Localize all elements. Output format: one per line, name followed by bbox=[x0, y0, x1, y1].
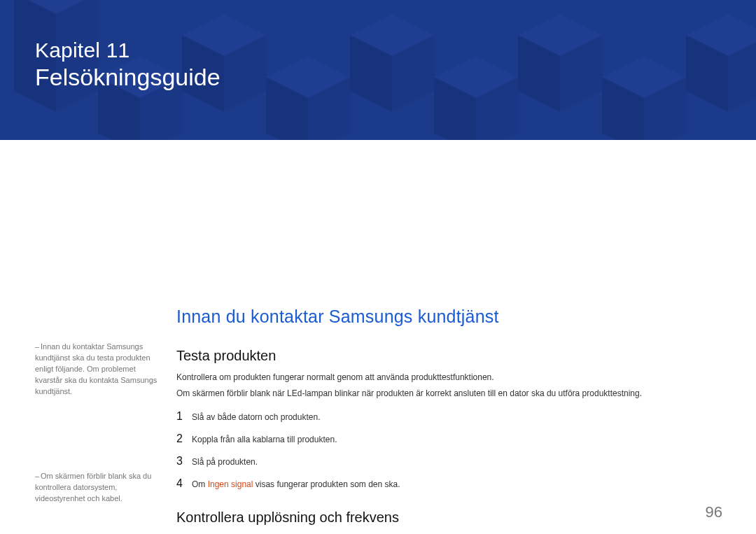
step-row: 1 Slå av både datorn och produkten. bbox=[176, 410, 729, 423]
step-number: 1 bbox=[176, 410, 192, 423]
step-number: 2 bbox=[176, 433, 192, 445]
step-row: 4 Om Ingen signal visas fungerar produkt… bbox=[176, 477, 729, 490]
step-number: 3 bbox=[176, 455, 192, 468]
step-4-prefix: Om bbox=[192, 479, 208, 489]
ordered-steps: 1 Slå av både datorn och produkten. 2 Ko… bbox=[176, 410, 729, 490]
paragraph-1: Kontrollera om produkten fungerar normal… bbox=[176, 371, 729, 384]
step-row: 3 Slå på produkten. bbox=[176, 455, 729, 468]
margin-note-1: –Innan du kontaktar Samsungs kundtjänst … bbox=[35, 342, 161, 398]
document-page: Kapitel 11 Felsökningsguide –Innan du ko… bbox=[0, 0, 756, 534]
page-heading: Innan du kontaktar Samsungs kundtjänst bbox=[176, 307, 729, 327]
step-row: 2 Koppla från alla kablarna till produkt… bbox=[176, 433, 729, 445]
step-text: Slå på produkten. bbox=[192, 457, 258, 467]
chapter-number: Kapitel 11 bbox=[35, 38, 220, 62]
step-4-warn: Ingen signal bbox=[208, 479, 253, 489]
paragraph-2: Om skärmen förblir blank när LEd-lampan … bbox=[176, 387, 729, 400]
chapter-banner: Kapitel 11 Felsökningsguide bbox=[0, 0, 756, 140]
step-4-suffix: visas fungerar produkten som den ska. bbox=[253, 479, 400, 489]
main-column: Innan du kontaktar Samsungs kundtjänst T… bbox=[176, 307, 729, 534]
margin-note-2: –Om skärmen förblir blank ska du kontrol… bbox=[35, 471, 161, 505]
margin-note-2-text: Om skärmen förblir blank ska du kontroll… bbox=[35, 472, 151, 503]
margin-note-1-text: Innan du kontaktar Samsungs kundtjänst s… bbox=[35, 342, 157, 395]
subheading-resolution: Kontrollera upplösning och frekvens bbox=[176, 510, 729, 526]
chapter-title: Felsökningsguide bbox=[35, 64, 220, 91]
step-text: Slå av både datorn och produkten. bbox=[192, 412, 320, 422]
page-number: 96 bbox=[706, 503, 722, 521]
step-number: 4 bbox=[176, 477, 192, 490]
step-text: Om Ingen signal visas fungerar produkten… bbox=[192, 479, 400, 489]
step-text: Koppla från alla kablarna till produkten… bbox=[192, 435, 337, 444]
subheading-test-product: Testa produkten bbox=[176, 348, 729, 364]
